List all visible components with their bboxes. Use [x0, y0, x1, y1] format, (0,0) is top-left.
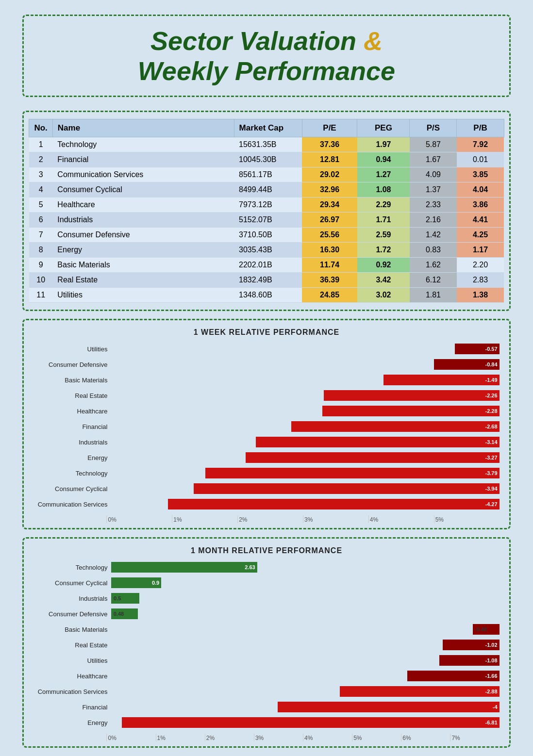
bar-row: Financial-4	[33, 701, 499, 713]
bar-area: -1.02	[111, 640, 499, 650]
cell-name: Communication Services	[52, 167, 234, 182]
bar-fill: -0.48	[473, 624, 500, 635]
bar-row: Financial-2.68	[33, 420, 499, 433]
bar-value-label: -0.48	[475, 626, 487, 632]
bar-area: 0.5	[111, 593, 499, 604]
bar-fill: -1.49	[383, 375, 499, 385]
bar-area: -2.88	[111, 686, 499, 697]
cell-peg: 2.59	[357, 228, 410, 243]
bar-label: Communication Services	[33, 688, 111, 695]
chart2-title: 1 MONTH RELATIVE PERFORMANCE	[29, 546, 504, 555]
bar-row: Basic Materials-1.49	[33, 374, 499, 386]
bar-label: Healthcare	[33, 673, 111, 680]
cell-name: Technology	[52, 137, 234, 152]
x-tick: 5%	[434, 515, 500, 523]
bar-value-label: -3.79	[485, 470, 497, 476]
cell-name: Healthcare	[52, 197, 234, 213]
bar-value-label: -1.66	[485, 673, 497, 679]
table-row: 7 Consumer Defensive 3710.50B 25.56 2.59…	[29, 228, 504, 243]
chart1-section: 1 WEEK RELATIVE PERFORMANCE Utilities-0.…	[22, 319, 510, 529]
col-header-mcap: Market Cap	[234, 119, 302, 137]
bar-area: -3.14	[111, 437, 499, 447]
bar-area: -3.94	[111, 483, 499, 494]
cell-pb: 3.85	[457, 167, 504, 182]
x-tick: 5%	[352, 734, 401, 741]
bar-fill: -4.27	[168, 499, 499, 509]
bar-value-label: -1.08	[485, 657, 497, 663]
bar-area: -6.81	[111, 717, 499, 728]
cell-mcap: 15631.35B	[234, 137, 302, 152]
x-tick: 4%	[368, 515, 434, 523]
bar-value-label: -0.84	[485, 362, 497, 367]
cell-mcap: 1348.60B	[234, 288, 302, 303]
bar-fill: -2.26	[324, 390, 499, 401]
cell-pb: 7.92	[457, 137, 504, 152]
bar-area: -2.26	[111, 390, 499, 401]
cell-pe: 16.30	[302, 243, 357, 258]
sector-table: No. Name Market Cap P/E PEG P/S P/B 1 Te…	[29, 119, 504, 303]
bar-fill: 0.48	[111, 608, 138, 619]
bar-label: Technology	[33, 470, 111, 477]
title-text: Sector Valuation & Weekly Performance	[43, 26, 489, 86]
bar-label: Basic Materials	[33, 377, 111, 384]
chart2-bars: Technology2.63Consumer Cyclical0.9Indust…	[29, 561, 504, 732]
bar-row: Technology-3.79	[33, 467, 499, 479]
cell-pe: 36.39	[302, 273, 357, 288]
cell-no: 5	[29, 197, 52, 213]
bar-value-label: -2.26	[485, 393, 497, 398]
cell-pb: 3.86	[457, 197, 504, 213]
bar-value-label: 0.9	[152, 580, 159, 586]
cell-mcap: 2202.01B	[234, 258, 302, 273]
bar-area: 2.63	[111, 562, 499, 573]
table-row: 5 Healthcare 7973.12B 29.34 2.29 2.33 3.…	[29, 197, 504, 213]
cell-peg: 1.97	[357, 137, 410, 152]
bar-row: Healthcare-2.28	[33, 405, 499, 417]
x-tick: 3%	[303, 515, 368, 523]
cell-ps: 1.42	[410, 228, 457, 243]
cell-pe: 25.56	[302, 228, 357, 243]
col-header-ps: P/S	[410, 119, 457, 137]
chart2-section: 1 MONTH RELATIVE PERFORMANCE Technology2…	[22, 537, 510, 748]
bar-label: Consumer Cyclical	[33, 485, 111, 493]
chart2-xaxis: 0%1%2%3%4%5%6%7%	[29, 734, 504, 741]
bar-fill: -1.08	[439, 655, 499, 666]
bar-row: Consumer Defensive-0.84	[33, 358, 499, 371]
bar-row: Communication Services-4.27	[33, 498, 499, 510]
x-tick: 7%	[450, 734, 499, 741]
bar-row: Healthcare-1.66	[33, 670, 499, 682]
col-header-pe: P/E	[302, 119, 357, 137]
cell-mcap: 3035.43B	[234, 243, 302, 258]
cell-ps: 1.62	[410, 258, 457, 273]
cell-no: 9	[29, 258, 52, 273]
bar-label: Industrials	[33, 439, 111, 446]
cell-pb: 4.04	[457, 182, 504, 197]
table-row: 4 Consumer Cyclical 8499.44B 32.96 1.08 …	[29, 182, 504, 197]
cell-mcap: 1832.49B	[234, 273, 302, 288]
table-row: 3 Communication Services 8561.17B 29.02 …	[29, 167, 504, 182]
cell-peg: 0.94	[357, 152, 410, 167]
cell-ps: 1.81	[410, 288, 457, 303]
bar-area: -1.66	[111, 671, 499, 681]
col-header-pb: P/B	[457, 119, 504, 137]
bar-label: Healthcare	[33, 408, 111, 415]
cell-peg: 1.27	[357, 167, 410, 182]
bar-fill: -2.68	[291, 421, 499, 432]
cell-peg: 0.92	[357, 258, 410, 273]
bar-label: Basic Materials	[33, 626, 111, 633]
cell-name: Basic Materials	[52, 258, 234, 273]
bar-area: -0.84	[111, 359, 499, 370]
cell-no: 6	[29, 213, 52, 228]
bar-value-label: -2.68	[485, 424, 497, 429]
bar-fill: -0.84	[434, 359, 499, 370]
x-tick: 3%	[254, 734, 303, 741]
bar-fill: -6.81	[122, 717, 499, 728]
bar-area: 0.48	[111, 608, 499, 619]
bar-row: Consumer Cyclical-3.94	[33, 482, 499, 495]
chart1-xaxis: 0%1%2%3%4%5%	[29, 515, 504, 523]
chart1-title: 1 WEEK RELATIVE PERFORMANCE	[29, 328, 504, 337]
bar-label: Consumer Cyclical	[33, 579, 111, 587]
bar-label: Financial	[33, 423, 111, 430]
bar-row: Consumer Defensive0.48	[33, 608, 499, 620]
cell-ps: 6.12	[410, 273, 457, 288]
cell-pb: 1.17	[457, 243, 504, 258]
